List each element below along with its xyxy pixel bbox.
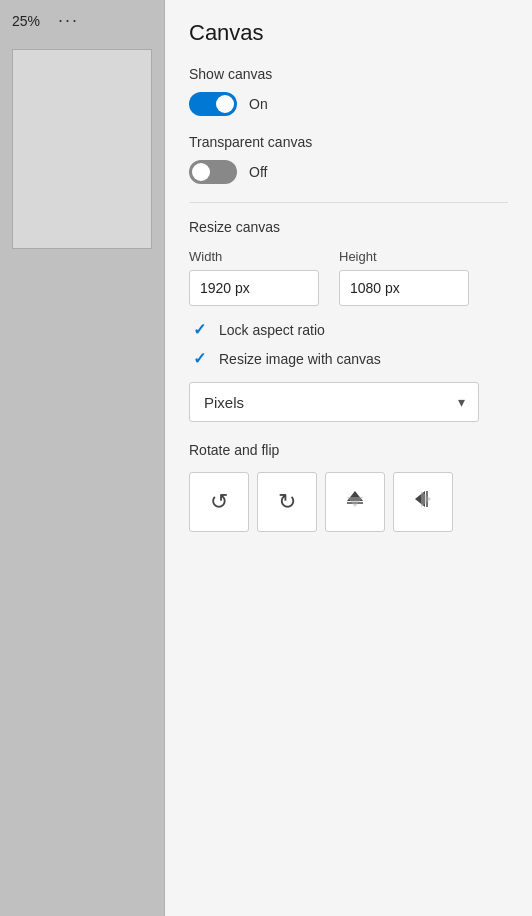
flip-horizontal-icon: [411, 487, 435, 517]
resize-canvas-label: Resize canvas: [189, 219, 508, 235]
transparent-canvas-toggle-row: Off: [189, 160, 508, 184]
rotate-left-icon: ↺: [210, 489, 228, 515]
show-canvas-toggle-text: On: [249, 96, 268, 112]
canvas-preview: [12, 49, 152, 249]
svg-marker-2: [347, 497, 363, 507]
rotate-left-button[interactable]: ↺: [189, 472, 249, 532]
right-panel: Canvas Show canvas On Transparent canvas…: [165, 0, 532, 916]
resize-image-check: ✓: [189, 349, 209, 368]
rotate-buttons-row: ↺ ↻: [189, 472, 508, 532]
lock-aspect-ratio-label: Lock aspect ratio: [219, 322, 325, 338]
more-options-button[interactable]: ···: [58, 10, 79, 31]
height-group: Height: [339, 249, 469, 306]
lock-aspect-ratio-check: ✓: [189, 320, 209, 339]
dimension-row: Width Height: [189, 249, 508, 306]
panel-title: Canvas: [189, 20, 508, 46]
resize-image-with-canvas-row[interactable]: ✓ Resize image with canvas: [189, 349, 508, 368]
flip-horizontal-button[interactable]: [393, 472, 453, 532]
transparent-canvas-toggle[interactable]: [189, 160, 237, 184]
show-canvas-toggle[interactable]: [189, 92, 237, 116]
show-canvas-label: Show canvas: [189, 66, 508, 82]
rotate-and-flip-label: Rotate and flip: [189, 442, 508, 458]
unit-dropdown-container: Pixels Inches Centimeters ▾: [189, 382, 479, 422]
width-label: Width: [189, 249, 319, 264]
show-canvas-toggle-row: On: [189, 92, 508, 116]
show-canvas-toggle-knob: [216, 95, 234, 113]
transparent-canvas-toggle-text: Off: [249, 164, 267, 180]
zoom-level: 25%: [12, 13, 40, 29]
resize-image-label: Resize image with canvas: [219, 351, 381, 367]
rotate-right-button[interactable]: ↻: [257, 472, 317, 532]
unit-dropdown-row: Pixels Inches Centimeters ▾: [189, 382, 508, 422]
svg-marker-5: [421, 491, 431, 507]
height-label: Height: [339, 249, 469, 264]
left-panel: 25% ···: [0, 0, 165, 916]
transparent-canvas-toggle-knob: [192, 163, 210, 181]
transparent-canvas-label: Transparent canvas: [189, 134, 508, 150]
width-input[interactable]: [189, 270, 319, 306]
divider: [189, 202, 508, 203]
lock-aspect-ratio-row[interactable]: ✓ Lock aspect ratio: [189, 320, 508, 339]
unit-dropdown[interactable]: Pixels Inches Centimeters: [189, 382, 479, 422]
flip-vertical-icon: [343, 487, 367, 517]
rotate-right-icon: ↻: [278, 489, 296, 515]
height-input[interactable]: [339, 270, 469, 306]
width-group: Width: [189, 249, 319, 306]
flip-vertical-button[interactable]: [325, 472, 385, 532]
top-bar: 25% ···: [12, 10, 79, 31]
